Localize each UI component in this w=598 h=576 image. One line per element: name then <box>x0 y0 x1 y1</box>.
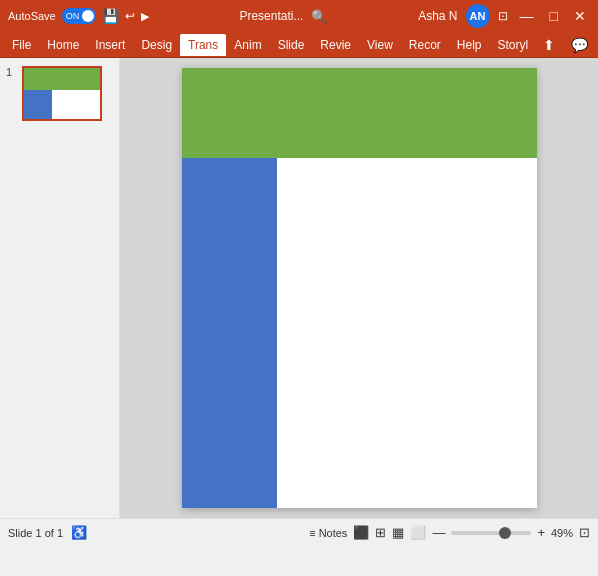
notes-label: Notes <box>319 527 348 539</box>
menu-storyline[interactable]: Storyl <box>490 34 537 56</box>
slide-canvas[interactable] <box>182 68 537 508</box>
slide-sorter-button[interactable]: ⊞ <box>375 525 386 540</box>
slide-thumb-blue-bar <box>24 90 52 119</box>
autosave-state: ON <box>66 11 80 21</box>
menu-view[interactable]: View <box>359 34 401 56</box>
window-minimize-button[interactable] <box>516 8 538 24</box>
accessibility-icon[interactable]: ♿ <box>71 525 87 540</box>
autosave-label: AutoSave <box>8 10 56 22</box>
zoom-plus-button[interactable]: + <box>537 525 545 540</box>
zoom-minus-button[interactable]: — <box>432 525 445 540</box>
fit-slide-button[interactable]: ⊡ <box>579 525 590 540</box>
slide-info: Slide 1 of 1 <box>8 527 63 539</box>
menu-file[interactable]: File <box>4 34 39 56</box>
slide-blue-bar <box>182 158 277 508</box>
slide-editor[interactable]: @thegeekpage.com <box>120 58 598 518</box>
status-right: ≡ Notes ⬛ ⊞ ▦ ⬜ — + 49% ⊡ <box>309 525 590 540</box>
main-content: 1 @thegeekpage.com <box>0 58 598 518</box>
zoom-thumb[interactable] <box>499 527 511 539</box>
zoom-level: 49% <box>551 527 573 539</box>
share-icon[interactable]: ⬆ <box>537 35 561 55</box>
zoom-slider[interactable] <box>451 531 531 535</box>
menu-transitions[interactable]: Trans <box>180 34 226 56</box>
status-left: Slide 1 of 1 ♿ <box>8 525 87 540</box>
menu-design[interactable]: Desig <box>133 34 180 56</box>
window-maximize-button[interactable] <box>546 8 562 24</box>
title-bar-right: Asha N AN ⊡ <box>418 4 590 28</box>
slide-panel: 1 <box>0 58 120 518</box>
user-name: Asha N <box>418 9 457 23</box>
reading-view-button[interactable]: ▦ <box>392 525 404 540</box>
save-icon[interactable]: 💾 <box>102 8 119 24</box>
title-bar-center: Presentati... 🔍 <box>149 9 418 24</box>
search-icon[interactable]: 🔍 <box>311 9 327 24</box>
title-bar-left: AutoSave ON 💾 ↩ ▶ <box>8 8 149 24</box>
autosave-toggle[interactable]: ON <box>62 8 96 24</box>
window-options-icon[interactable]: ⊡ <box>498 9 508 23</box>
presenter-view-button[interactable]: ⬜ <box>410 525 426 540</box>
menu-home[interactable]: Home <box>39 34 87 56</box>
user-avatar[interactable]: AN <box>466 4 490 28</box>
menu-insert[interactable]: Insert <box>87 34 133 56</box>
title-bar: AutoSave ON 💾 ↩ ▶ Presentati... 🔍 Asha N… <box>0 0 598 32</box>
notes-button[interactable]: ≡ Notes <box>309 527 347 539</box>
normal-view-button[interactable]: ⬛ <box>353 525 369 540</box>
status-bar: Slide 1 of 1 ♿ ≡ Notes ⬛ ⊞ ▦ ⬜ — + 49% ⊡ <box>0 518 598 546</box>
menu-bar: File Home Insert Desig Trans Anim Slide … <box>0 32 598 58</box>
slide-thumb-item-1[interactable]: 1 <box>6 66 113 121</box>
slide-thumb-number: 1 <box>6 66 18 78</box>
slide-thumb-green-bar <box>24 68 100 90</box>
slide-thumbnail[interactable] <box>22 66 102 121</box>
slide-green-bar <box>182 68 537 158</box>
notes-icon: ≡ <box>309 527 315 539</box>
forward-arrow[interactable]: ▶ <box>141 10 149 23</box>
menu-help[interactable]: Help <box>449 34 490 56</box>
menu-bar-right: ⬆ 💬 <box>537 35 594 55</box>
menu-animations[interactable]: Anim <box>226 34 269 56</box>
menu-slideshow[interactable]: Slide <box>270 34 313 56</box>
comments-icon[interactable]: 💬 <box>565 35 594 55</box>
presentation-title: Presentati... <box>239 9 303 23</box>
undo-icon[interactable]: ↩ <box>125 9 135 23</box>
menu-review[interactable]: Revie <box>312 34 359 56</box>
window-close-button[interactable] <box>570 8 590 24</box>
menu-record[interactable]: Recor <box>401 34 449 56</box>
